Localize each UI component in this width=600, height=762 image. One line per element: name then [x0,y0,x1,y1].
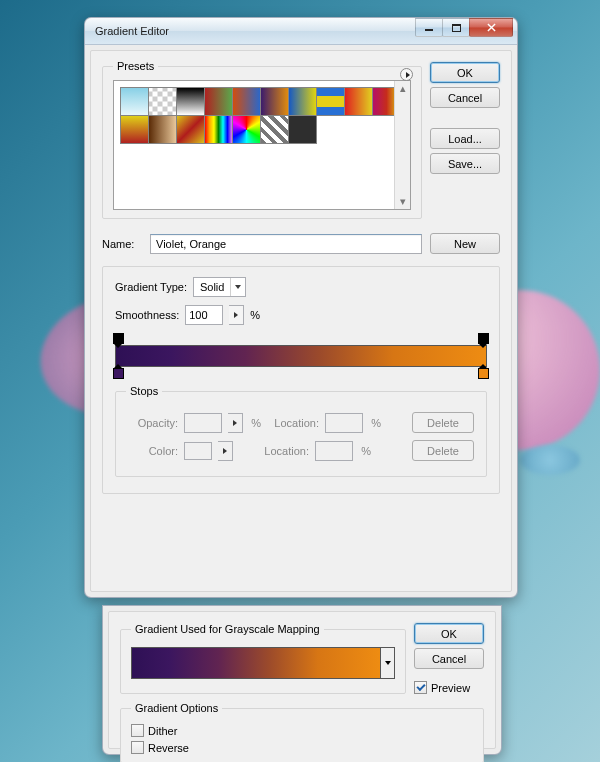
dither-checkbox[interactable] [131,724,144,737]
presets-legend: Presets [113,60,158,72]
preset-swatch[interactable] [260,115,289,144]
gradient-type-label: Gradient Type: [115,281,187,293]
color-location-input [315,441,353,461]
presets-scrollbar[interactable]: ▴ ▾ [394,81,410,209]
color-label: Color: [128,445,178,457]
opacity-stop-right[interactable] [478,333,489,344]
gradient-type-select[interactable]: Solid [193,277,246,297]
preset-swatch[interactable] [260,87,289,116]
pct-label: % [359,445,371,457]
gradient-type-fieldset: Gradient Type: Solid Smoothness: % [102,266,500,494]
color-stepper [218,441,233,461]
reverse-label: Reverse [148,742,189,754]
scroll-down-icon[interactable]: ▾ [395,194,410,209]
opacity-label: Opacity: [128,417,178,429]
minimize-button[interactable] [415,18,443,37]
preset-swatch[interactable] [288,115,317,144]
save-button[interactable]: Save... [430,153,500,174]
location-label: Location: [267,417,319,429]
cancel-button[interactable]: Cancel [430,87,500,108]
preset-swatch[interactable] [204,87,233,116]
preset-swatch[interactable] [204,115,233,144]
gradient-used-legend: Gradient Used for Grayscale Mapping [131,623,324,635]
gradient-bar[interactable] [115,345,487,367]
opacity-location-input [325,413,363,433]
preset-swatch[interactable] [232,115,261,144]
gradient-options-fieldset: Gradient Options Dither Reverse [120,702,484,762]
play-icon [234,312,238,318]
preset-swatch[interactable] [120,87,149,116]
close-icon [487,23,496,32]
chevron-down-icon [230,278,245,296]
color-stop-left[interactable] [113,368,124,379]
gradient-preview-bar[interactable] [131,647,395,679]
play-icon [233,420,237,426]
location-label: Location: [257,445,309,457]
maximize-button[interactable] [442,18,470,37]
scroll-up-icon[interactable]: ▴ [395,81,410,96]
close-button[interactable] [469,18,513,37]
opacity-stepper [228,413,243,433]
preset-swatch[interactable] [232,87,261,116]
preset-swatch[interactable] [288,87,317,116]
pct-label: % [369,417,381,429]
new-button[interactable]: New [430,233,500,254]
delete-opacity-stop-button: Delete [412,412,474,433]
ok-button[interactable]: OK [430,62,500,83]
color-stop-right[interactable] [478,368,489,379]
preview-label: Preview [431,682,470,694]
color-swatch-input [184,442,212,460]
load-button[interactable]: Load... [430,128,500,149]
preset-swatch[interactable] [316,87,345,116]
smoothness-label: Smoothness: [115,309,179,321]
pct-label: % [249,417,261,429]
name-input[interactable] [150,234,422,254]
dither-label: Dither [148,725,177,737]
gradient-options-legend: Gradient Options [131,702,222,714]
delete-color-stop-button: Delete [412,440,474,461]
opacity-stop-left[interactable] [113,333,124,344]
stops-legend: Stops [126,385,162,397]
presets-box: ▴ ▾ [113,80,411,210]
window-title: Gradient Editor [95,25,416,37]
preview-checkbox[interactable] [414,681,427,694]
play-icon [406,72,410,78]
preset-swatch[interactable] [148,87,177,116]
stops-fieldset: Stops Opacity: % Location: % Delete Colo… [115,385,487,477]
gradient-used-fieldset: Gradient Used for Grayscale Mapping [120,623,406,694]
play-icon [223,448,227,454]
name-label: Name: [102,238,142,250]
preset-swatch[interactable] [176,115,205,144]
preset-swatch[interactable] [176,87,205,116]
ok-button[interactable]: OK [414,623,484,644]
presets-fieldset: Presets [102,60,422,219]
smoothness-stepper[interactable] [229,305,244,325]
preset-swatch[interactable] [148,115,177,144]
smoothness-input[interactable] [185,305,223,325]
gradient-dropdown-button[interactable] [380,648,394,678]
opacity-input [184,413,222,433]
preset-swatch[interactable] [344,87,373,116]
gradient-strip [132,648,380,678]
chevron-down-icon [385,661,391,665]
cancel-button[interactable]: Cancel [414,648,484,669]
titlebar[interactable]: Gradient Editor [85,18,517,45]
preset-swatch[interactable] [120,115,149,144]
gradient-map-window: Gradient Used for Grayscale Mapping OK C… [102,605,502,755]
pct-label: % [250,309,260,321]
gradient-ramp[interactable] [115,333,487,379]
presets-menu-button[interactable] [400,68,413,81]
gradient-editor-window: Gradient Editor Presets [84,17,518,598]
gradient-type-value: Solid [194,281,230,293]
reverse-checkbox[interactable] [131,741,144,754]
